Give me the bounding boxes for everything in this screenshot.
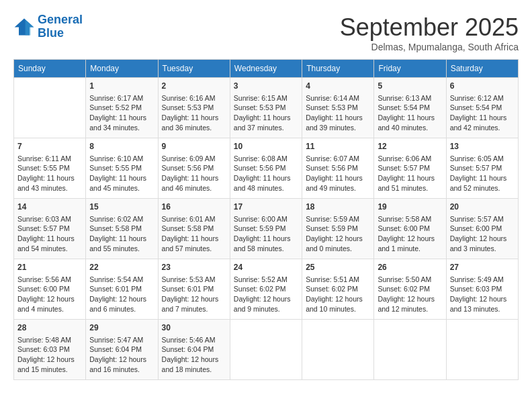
day-info-line: Sunrise: 6:08 AM: [234, 154, 298, 164]
calendar-cell: 18Sunrise: 5:59 AMSunset: 5:59 PMDayligh…: [302, 199, 374, 259]
day-info-line: Daylight: 11 hours: [234, 113, 298, 123]
day-number: 26: [378, 262, 442, 273]
day-info-line: Sunrise: 5:46 AM: [162, 335, 226, 345]
day-info-line: Sunrise: 5:49 AM: [450, 275, 515, 285]
day-info-line: Sunset: 5:53 PM: [306, 103, 370, 113]
day-info-line: Daylight: 11 hours: [162, 234, 226, 244]
day-info-line: Daylight: 11 hours: [89, 113, 154, 123]
day-info-line: Sunset: 5:53 PM: [234, 103, 298, 113]
day-number: 28: [17, 322, 82, 334]
day-info-line: Sunset: 5:53 PM: [162, 103, 226, 113]
day-info-line: Sunset: 6:00 PM: [17, 284, 82, 294]
day-info-line: and 3 minutes.: [450, 244, 515, 254]
day-info-line: Daylight: 12 hours: [17, 294, 82, 304]
day-info-line: Sunset: 5:57 PM: [378, 163, 442, 173]
day-info-line: Sunset: 5:54 PM: [378, 103, 442, 113]
day-number: 20: [450, 201, 515, 213]
day-info-line: Sunset: 5:58 PM: [89, 224, 154, 234]
day-info-line: and 55 minutes.: [89, 244, 154, 254]
calendar-header: SundayMondayTuesdayWednesdayThursdayFrid…: [14, 60, 519, 78]
calendar-cell: [446, 320, 518, 380]
day-number: 10: [234, 141, 298, 152]
day-number: 18: [306, 201, 370, 213]
logo: General Blue: [13, 13, 83, 40]
day-info-line: Daylight: 12 hours: [450, 294, 515, 304]
title-block: September 2025 Delmas, Mpumalanga, South…: [340, 13, 519, 52]
calendar-cell: 9Sunrise: 6:09 AMSunset: 5:56 PMDaylight…: [158, 138, 230, 199]
calendar-cell: [302, 320, 374, 380]
day-info-line: Daylight: 11 hours: [234, 234, 298, 244]
day-info-line: and 36 minutes.: [162, 123, 226, 133]
day-info-line: Sunset: 6:04 PM: [89, 345, 154, 355]
calendar-cell: 29Sunrise: 5:47 AMSunset: 6:04 PMDayligh…: [86, 320, 158, 380]
day-info-line: Sunrise: 5:51 AM: [306, 275, 370, 285]
day-info-line: Sunrise: 6:05 AM: [450, 154, 515, 164]
day-info-line: and 12 minutes.: [378, 304, 442, 314]
day-info-line: Sunrise: 6:15 AM: [234, 93, 298, 103]
day-info-line: Daylight: 12 hours: [378, 234, 442, 244]
day-info-line: Daylight: 12 hours: [450, 234, 515, 244]
day-number: 2: [162, 81, 226, 92]
day-info-line: Daylight: 11 hours: [162, 173, 226, 183]
day-info-line: Daylight: 11 hours: [306, 173, 370, 183]
calendar-cell: 21Sunrise: 5:56 AMSunset: 6:00 PMDayligh…: [14, 259, 86, 320]
day-info-line: Sunrise: 5:48 AM: [17, 335, 82, 345]
calendar-cell: 19Sunrise: 5:58 AMSunset: 6:00 PMDayligh…: [374, 199, 446, 259]
day-number: 16: [162, 201, 226, 213]
header-day-wednesday: Wednesday: [230, 60, 302, 78]
day-number: 11: [306, 141, 370, 152]
day-info-line: and 4 minutes.: [17, 304, 82, 314]
day-info-line: Daylight: 12 hours: [306, 294, 370, 304]
day-info-line: Sunrise: 6:02 AM: [89, 214, 154, 224]
day-number: 6: [450, 81, 515, 92]
day-number: 4: [306, 81, 370, 92]
day-info-line: Daylight: 11 hours: [378, 173, 442, 183]
day-number: 3: [234, 81, 298, 92]
calendar-cell: 1Sunrise: 6:17 AMSunset: 5:52 PMDaylight…: [86, 78, 158, 138]
week-row-5: 28Sunrise: 5:48 AMSunset: 6:03 PMDayligh…: [14, 320, 519, 380]
day-info-line: and 13 minutes.: [450, 304, 515, 314]
day-info-line: Sunset: 6:03 PM: [17, 345, 82, 355]
day-number: 12: [378, 141, 442, 152]
day-info-line: and 37 minutes.: [234, 123, 298, 133]
day-info-line: Sunset: 5:55 PM: [89, 163, 154, 173]
day-info-line: Sunrise: 6:00 AM: [234, 214, 298, 224]
day-info-line: Sunrise: 5:56 AM: [17, 275, 82, 285]
day-info-line: Sunrise: 5:52 AM: [234, 275, 298, 285]
day-info-line: Daylight: 11 hours: [450, 113, 515, 123]
header-day-sunday: Sunday: [14, 60, 86, 78]
calendar-cell: 5Sunrise: 6:13 AMSunset: 5:54 PMDaylight…: [374, 78, 446, 138]
day-info-line: Sunset: 6:02 PM: [378, 284, 442, 294]
day-info-line: Sunset: 5:56 PM: [234, 163, 298, 173]
day-info-line: Sunrise: 5:53 AM: [162, 275, 226, 285]
day-info-line: Sunset: 6:01 PM: [89, 284, 154, 294]
day-info-line: and 15 minutes.: [17, 365, 82, 375]
day-number: 7: [17, 141, 82, 152]
calendar-cell: 13Sunrise: 6:05 AMSunset: 5:57 PMDayligh…: [446, 138, 518, 199]
day-info-line: and 45 minutes.: [89, 183, 154, 193]
day-info-line: Sunset: 6:00 PM: [378, 224, 442, 234]
day-info-line: Sunset: 6:04 PM: [162, 345, 226, 355]
day-info-line: and 34 minutes.: [89, 123, 154, 133]
calendar-cell: 7Sunrise: 6:11 AMSunset: 5:55 PMDaylight…: [14, 138, 86, 199]
day-info-line: Daylight: 11 hours: [450, 173, 515, 183]
calendar-cell: 23Sunrise: 5:53 AMSunset: 6:01 PMDayligh…: [158, 259, 230, 320]
calendar-cell: 6Sunrise: 6:12 AMSunset: 5:54 PMDaylight…: [446, 78, 518, 138]
day-info-line: Daylight: 11 hours: [234, 173, 298, 183]
day-info-line: Daylight: 12 hours: [378, 294, 442, 304]
day-info-line: and 0 minutes.: [306, 244, 370, 254]
day-info-line: and 18 minutes.: [162, 365, 226, 375]
day-info-line: Sunrise: 6:09 AM: [162, 154, 226, 164]
week-row-4: 21Sunrise: 5:56 AMSunset: 6:00 PMDayligh…: [14, 259, 519, 320]
day-info-line: and 7 minutes.: [162, 304, 226, 314]
week-row-1: 1Sunrise: 6:17 AMSunset: 5:52 PMDaylight…: [14, 78, 519, 138]
day-info-line: Daylight: 12 hours: [162, 355, 226, 365]
calendar-cell: 22Sunrise: 5:54 AMSunset: 6:01 PMDayligh…: [86, 259, 158, 320]
day-info-line: Daylight: 12 hours: [306, 234, 370, 244]
day-info-line: Sunset: 6:00 PM: [450, 224, 515, 234]
day-info-line: Sunset: 6:01 PM: [162, 284, 226, 294]
day-info-line: Sunrise: 6:11 AM: [17, 154, 82, 164]
header-row: SundayMondayTuesdayWednesdayThursdayFrid…: [14, 60, 519, 78]
day-info-line: Sunrise: 5:57 AM: [450, 214, 515, 224]
calendar-cell: 8Sunrise: 6:10 AMSunset: 5:55 PMDaylight…: [86, 138, 158, 199]
